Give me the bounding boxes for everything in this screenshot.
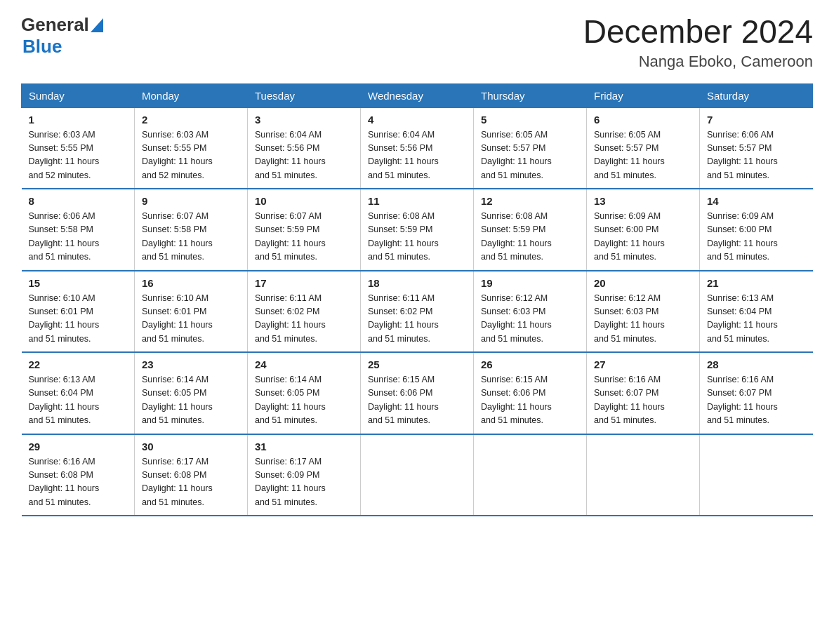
day-info: Sunrise: 6:04 AM Sunset: 5:56 PM Dayligh… bbox=[255, 128, 353, 183]
day-number: 1 bbox=[29, 114, 128, 126]
calendar-cell: 24Sunrise: 6:14 AM Sunset: 6:05 PM Dayli… bbox=[248, 352, 361, 434]
page-title: December 2024 bbox=[583, 14, 813, 50]
calendar-cell: 11Sunrise: 6:08 AM Sunset: 5:59 PM Dayli… bbox=[361, 189, 474, 271]
day-number: 8 bbox=[29, 195, 128, 207]
day-info: Sunrise: 6:16 AM Sunset: 6:08 PM Dayligh… bbox=[29, 455, 128, 510]
day-number: 22 bbox=[29, 358, 128, 370]
day-info: Sunrise: 6:08 AM Sunset: 5:59 PM Dayligh… bbox=[481, 210, 579, 264]
day-info: Sunrise: 6:14 AM Sunset: 6:05 PM Dayligh… bbox=[142, 373, 240, 428]
day-info: Sunrise: 6:17 AM Sunset: 6:08 PM Dayligh… bbox=[142, 455, 240, 510]
weekday-header-wednesday: Wednesday bbox=[361, 83, 474, 107]
calendar-week-row: 15Sunrise: 6:10 AM Sunset: 6:01 PM Dayli… bbox=[22, 271, 813, 353]
day-info: Sunrise: 6:08 AM Sunset: 5:59 PM Dayligh… bbox=[368, 210, 466, 264]
day-number: 13 bbox=[594, 195, 692, 207]
day-info: Sunrise: 6:05 AM Sunset: 5:57 PM Dayligh… bbox=[594, 128, 692, 183]
day-number: 29 bbox=[29, 441, 128, 452]
day-number: 30 bbox=[142, 441, 240, 452]
day-number: 10 bbox=[255, 195, 353, 207]
calendar-cell: 16Sunrise: 6:10 AM Sunset: 6:01 PM Dayli… bbox=[135, 271, 248, 353]
calendar-cell: 30Sunrise: 6:17 AM Sunset: 6:08 PM Dayli… bbox=[135, 434, 248, 516]
page-subtitle: Nanga Eboko, Cameroon bbox=[583, 53, 813, 71]
calendar-cell: 9Sunrise: 6:07 AM Sunset: 5:58 PM Daylig… bbox=[135, 189, 248, 271]
day-number: 9 bbox=[142, 195, 240, 207]
logo-triangle-icon bbox=[91, 18, 103, 32]
day-number: 17 bbox=[255, 277, 353, 289]
calendar-cell: 27Sunrise: 6:16 AM Sunset: 6:07 PM Dayli… bbox=[587, 352, 700, 434]
calendar-cell: 14Sunrise: 6:09 AM Sunset: 6:00 PM Dayli… bbox=[700, 189, 813, 271]
day-number: 31 bbox=[255, 441, 353, 452]
calendar-cell: 26Sunrise: 6:15 AM Sunset: 6:06 PM Dayli… bbox=[474, 352, 587, 434]
weekday-header-monday: Monday bbox=[135, 83, 248, 107]
day-info: Sunrise: 6:09 AM Sunset: 6:00 PM Dayligh… bbox=[594, 210, 692, 264]
day-info: Sunrise: 6:14 AM Sunset: 6:05 PM Dayligh… bbox=[255, 373, 353, 428]
calendar-cell: 12Sunrise: 6:08 AM Sunset: 5:59 PM Dayli… bbox=[474, 189, 587, 271]
day-number: 21 bbox=[707, 277, 806, 289]
day-number: 6 bbox=[594, 114, 692, 126]
day-number: 14 bbox=[707, 195, 806, 207]
day-number: 7 bbox=[707, 114, 806, 126]
day-info: Sunrise: 6:16 AM Sunset: 6:07 PM Dayligh… bbox=[707, 373, 806, 428]
day-info: Sunrise: 6:10 AM Sunset: 6:01 PM Dayligh… bbox=[142, 292, 240, 347]
calendar-table: SundayMondayTuesdayWednesdayThursdayFrid… bbox=[21, 83, 813, 517]
day-number: 18 bbox=[368, 277, 466, 289]
day-info: Sunrise: 6:13 AM Sunset: 6:04 PM Dayligh… bbox=[707, 292, 806, 347]
calendar-cell: 29Sunrise: 6:16 AM Sunset: 6:08 PM Dayli… bbox=[22, 434, 135, 516]
day-info: Sunrise: 6:11 AM Sunset: 6:02 PM Dayligh… bbox=[255, 292, 353, 347]
day-number: 5 bbox=[481, 114, 579, 126]
day-info: Sunrise: 6:06 AM Sunset: 5:58 PM Dayligh… bbox=[29, 210, 128, 264]
day-info: Sunrise: 6:12 AM Sunset: 6:03 PM Dayligh… bbox=[481, 292, 579, 347]
day-info: Sunrise: 6:07 AM Sunset: 5:58 PM Dayligh… bbox=[142, 210, 240, 264]
day-info: Sunrise: 6:12 AM Sunset: 6:03 PM Dayligh… bbox=[594, 292, 692, 347]
logo: General Blue bbox=[21, 14, 103, 58]
calendar-week-row: 29Sunrise: 6:16 AM Sunset: 6:08 PM Dayli… bbox=[22, 434, 813, 516]
day-number: 2 bbox=[142, 114, 240, 126]
calendar-cell: 10Sunrise: 6:07 AM Sunset: 5:59 PM Dayli… bbox=[248, 189, 361, 271]
calendar-week-row: 8Sunrise: 6:06 AM Sunset: 5:58 PM Daylig… bbox=[22, 189, 813, 271]
calendar-cell: 20Sunrise: 6:12 AM Sunset: 6:03 PM Dayli… bbox=[587, 271, 700, 353]
day-number: 16 bbox=[142, 277, 240, 289]
day-number: 23 bbox=[142, 358, 240, 370]
calendar-cell: 1Sunrise: 6:03 AM Sunset: 5:55 PM Daylig… bbox=[22, 107, 135, 189]
calendar-cell: 8Sunrise: 6:06 AM Sunset: 5:58 PM Daylig… bbox=[22, 189, 135, 271]
calendar-cell: 18Sunrise: 6:11 AM Sunset: 6:02 PM Dayli… bbox=[361, 271, 474, 353]
day-info: Sunrise: 6:15 AM Sunset: 6:06 PM Dayligh… bbox=[481, 373, 579, 428]
day-number: 25 bbox=[368, 358, 466, 370]
calendar-cell: 15Sunrise: 6:10 AM Sunset: 6:01 PM Dayli… bbox=[22, 271, 135, 353]
day-number: 19 bbox=[481, 277, 579, 289]
day-number: 27 bbox=[594, 358, 692, 370]
day-number: 15 bbox=[29, 277, 128, 289]
day-info: Sunrise: 6:07 AM Sunset: 5:59 PM Dayligh… bbox=[255, 210, 353, 264]
weekday-header-friday: Friday bbox=[587, 83, 700, 107]
calendar-cell: 25Sunrise: 6:15 AM Sunset: 6:06 PM Dayli… bbox=[361, 352, 474, 434]
day-info: Sunrise: 6:13 AM Sunset: 6:04 PM Dayligh… bbox=[29, 373, 128, 428]
calendar-cell: 6Sunrise: 6:05 AM Sunset: 5:57 PM Daylig… bbox=[587, 107, 700, 189]
logo-general-text: General bbox=[21, 14, 89, 36]
calendar-cell: 17Sunrise: 6:11 AM Sunset: 6:02 PM Dayli… bbox=[248, 271, 361, 353]
day-info: Sunrise: 6:11 AM Sunset: 6:02 PM Dayligh… bbox=[368, 292, 466, 347]
title-block: December 2024 Nanga Eboko, Cameroon bbox=[583, 14, 813, 71]
day-number: 4 bbox=[368, 114, 466, 126]
calendar-week-row: 22Sunrise: 6:13 AM Sunset: 6:04 PM Dayli… bbox=[22, 352, 813, 434]
day-number: 12 bbox=[481, 195, 579, 207]
logo-blue-text: Blue bbox=[22, 36, 103, 58]
calendar-cell: 4Sunrise: 6:04 AM Sunset: 5:56 PM Daylig… bbox=[361, 107, 474, 189]
calendar-cell: 13Sunrise: 6:09 AM Sunset: 6:00 PM Dayli… bbox=[587, 189, 700, 271]
calendar-cell: 22Sunrise: 6:13 AM Sunset: 6:04 PM Dayli… bbox=[22, 352, 135, 434]
weekday-header-thursday: Thursday bbox=[474, 83, 587, 107]
day-info: Sunrise: 6:17 AM Sunset: 6:09 PM Dayligh… bbox=[255, 455, 353, 510]
day-number: 20 bbox=[594, 277, 692, 289]
day-number: 26 bbox=[481, 358, 579, 370]
calendar-cell: 23Sunrise: 6:14 AM Sunset: 6:05 PM Dayli… bbox=[135, 352, 248, 434]
calendar-header-row: SundayMondayTuesdayWednesdayThursdayFrid… bbox=[22, 83, 813, 107]
calendar-week-row: 1Sunrise: 6:03 AM Sunset: 5:55 PM Daylig… bbox=[22, 107, 813, 189]
calendar-cell bbox=[700, 434, 813, 516]
page-header: General Blue December 2024 Nanga Eboko, … bbox=[21, 14, 813, 71]
calendar-cell: 31Sunrise: 6:17 AM Sunset: 6:09 PM Dayli… bbox=[248, 434, 361, 516]
calendar-cell: 5Sunrise: 6:05 AM Sunset: 5:57 PM Daylig… bbox=[474, 107, 587, 189]
calendar-cell: 19Sunrise: 6:12 AM Sunset: 6:03 PM Dayli… bbox=[474, 271, 587, 353]
svg-marker-0 bbox=[91, 18, 103, 32]
calendar-cell bbox=[474, 434, 587, 516]
day-info: Sunrise: 6:05 AM Sunset: 5:57 PM Dayligh… bbox=[481, 128, 579, 183]
calendar-cell: 7Sunrise: 6:06 AM Sunset: 5:57 PM Daylig… bbox=[700, 107, 813, 189]
weekday-header-tuesday: Tuesday bbox=[248, 83, 361, 107]
